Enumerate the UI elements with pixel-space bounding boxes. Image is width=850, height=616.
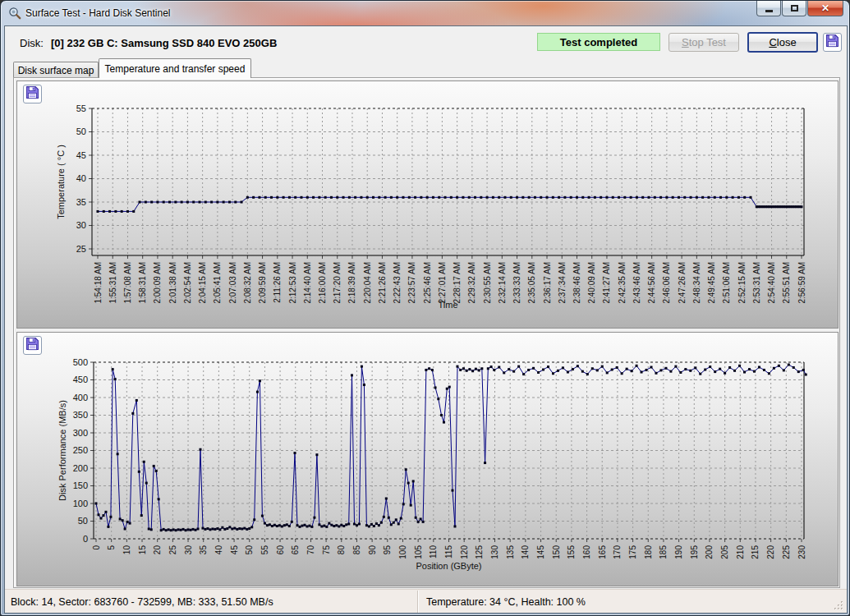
svg-text:30: 30: [184, 545, 193, 555]
save-temperature-chart-button[interactable]: [23, 85, 42, 103]
performance-chart-panel: 0510152025303540455055606570758085909510…: [16, 332, 839, 586]
svg-text:115: 115: [444, 545, 453, 559]
svg-text:2:52:15 AM: 2:52:15 AM: [737, 262, 747, 304]
svg-text:40: 40: [214, 545, 223, 555]
performance-chart: 0510152025303540455055606570758085909510…: [17, 333, 838, 586]
status-temperature-health-text: Temperature: 34 °C, Health: 100 %: [420, 591, 847, 613]
resize-grip[interactable]: [834, 600, 844, 611]
svg-text:2:16:00 AM: 2:16:00 AM: [318, 262, 327, 304]
svg-text:175: 175: [628, 545, 637, 559]
svg-text:25: 25: [76, 244, 86, 254]
svg-text:105: 105: [414, 545, 423, 559]
svg-text:2:35:05 AM: 2:35:05 AM: [527, 262, 536, 304]
svg-text:0: 0: [92, 545, 101, 550]
svg-text:2:09:59 AM: 2:09:59 AM: [258, 262, 267, 304]
svg-text:55: 55: [76, 103, 86, 113]
tab-page: 1:54:18 AM1:55:31 AM1:57:08 AM1:58:31 AM…: [13, 77, 840, 588]
svg-text:2:32:14 AM: 2:32:14 AM: [498, 262, 507, 304]
svg-text:35: 35: [199, 545, 208, 555]
svg-text:Temperature ( °C ): Temperature ( °C ): [56, 145, 66, 219]
svg-text:220: 220: [766, 545, 775, 559]
svg-text:90: 90: [368, 545, 377, 555]
maximize-button[interactable]: [782, 1, 806, 16]
svg-text:Time: Time: [438, 300, 457, 310]
floppy-disk-icon: [25, 85, 39, 103]
window-close-button[interactable]: ✕: [807, 1, 843, 16]
svg-text:2:08:32 AM: 2:08:32 AM: [243, 262, 252, 304]
svg-text:2:14:40 AM: 2:14:40 AM: [303, 262, 312, 304]
save-performance-chart-button[interactable]: [23, 336, 42, 355]
stop-test-button[interactable]: Stop Test: [669, 33, 739, 52]
svg-text:205: 205: [720, 545, 729, 559]
svg-text:2:30:55 AM: 2:30:55 AM: [483, 262, 492, 304]
svg-text:210: 210: [736, 545, 745, 559]
svg-text:2:47:26 AM: 2:47:26 AM: [678, 262, 687, 304]
svg-text:450: 450: [73, 375, 88, 384]
svg-text:180: 180: [644, 545, 653, 559]
status-badge: Test completed: [537, 33, 660, 51]
svg-text:2:48:34 AM: 2:48:34 AM: [692, 262, 701, 304]
svg-text:65: 65: [291, 545, 300, 555]
close-icon: ✕: [821, 3, 829, 13]
floppy-disk-icon: [25, 337, 39, 354]
svg-text:2:33:33 AM: 2:33:33 AM: [512, 262, 521, 304]
svg-text:2:55:51 AM: 2:55:51 AM: [782, 262, 791, 304]
svg-text:1:58:31 AM: 1:58:31 AM: [138, 262, 147, 304]
svg-text:350: 350: [73, 410, 88, 420]
svg-text:190: 190: [674, 545, 683, 559]
svg-text:75: 75: [322, 545, 331, 555]
svg-text:100: 100: [73, 499, 88, 508]
svg-text:2:53:31 AM: 2:53:31 AM: [752, 262, 761, 304]
close-button[interactable]: Close: [747, 32, 818, 53]
svg-text:2:11:26 AM: 2:11:26 AM: [273, 262, 282, 303]
svg-text:2:43:46 AM: 2:43:46 AM: [632, 262, 641, 304]
svg-text:110: 110: [429, 545, 438, 559]
svg-text:230: 230: [797, 545, 806, 559]
minimize-button[interactable]: [756, 1, 781, 16]
svg-text:2:02:54 AM: 2:02:54 AM: [183, 262, 192, 304]
svg-text:100: 100: [398, 545, 407, 559]
svg-text:2:25:46 AM: 2:25:46 AM: [423, 262, 432, 304]
save-report-button[interactable]: [823, 33, 842, 52]
svg-text:2:28:17 AM: 2:28:17 AM: [453, 262, 462, 304]
svg-text:2:36:17 AM: 2:36:17 AM: [543, 262, 552, 304]
svg-text:200: 200: [705, 545, 714, 559]
svg-text:150: 150: [552, 545, 561, 559]
svg-text:1:54:18 AM: 1:54:18 AM: [94, 262, 103, 304]
svg-text:135: 135: [506, 545, 515, 559]
svg-text:125: 125: [475, 545, 484, 559]
svg-text:140: 140: [521, 545, 530, 559]
svg-text:2:27:01 AM: 2:27:01 AM: [438, 262, 447, 304]
svg-text:2:20:04 AM: 2:20:04 AM: [363, 262, 372, 304]
svg-text:2:21:26 AM: 2:21:26 AM: [378, 262, 387, 304]
temperature-chart-panel: 1:54:18 AM1:55:31 AM1:57:08 AM1:58:31 AM…: [16, 80, 839, 329]
svg-text:2:07:03 AM: 2:07:03 AM: [228, 262, 237, 304]
svg-text:2:46:06 AM: 2:46:06 AM: [662, 262, 671, 304]
svg-text:2:00:09 AM: 2:00:09 AM: [153, 262, 162, 304]
status-bar: Block: 14, Sector: 683760 - 732599, MB: …: [5, 589, 847, 613]
window-controls: ✕: [756, 1, 843, 16]
svg-text:30: 30: [76, 220, 86, 230]
svg-text:5: 5: [107, 545, 116, 550]
svg-text:1:55:31 AM: 1:55:31 AM: [108, 262, 117, 304]
svg-text:2:17:20 AM: 2:17:20 AM: [333, 262, 342, 304]
svg-text:50: 50: [76, 126, 86, 136]
svg-text:300: 300: [73, 428, 88, 438]
tab-disk-surface-map[interactable]: Disk surface map: [13, 62, 99, 78]
svg-text:2:49:45 AM: 2:49:45 AM: [707, 262, 716, 304]
svg-text:70: 70: [306, 545, 315, 555]
disk-value: [0] 232 GB C: Samsung SSD 840 EVO 250GB: [51, 37, 277, 49]
tab-temperature-and-transfer-speed[interactable]: Temperature and transfer speed: [99, 58, 251, 78]
svg-text:2:42:35 AM: 2:42:35 AM: [618, 262, 627, 304]
svg-text:15: 15: [138, 545, 147, 555]
svg-text:50: 50: [78, 516, 88, 526]
svg-text:2:41:27 AM: 2:41:27 AM: [602, 262, 611, 304]
svg-text:0: 0: [83, 534, 88, 544]
svg-text:10: 10: [122, 545, 131, 555]
svg-text:2:51:06 AM: 2:51:06 AM: [722, 262, 731, 304]
svg-text:2:01:38 AM: 2:01:38 AM: [168, 262, 177, 304]
title-bar[interactable]: Surface Test - Hard Disk Sentinel ✕: [1, 1, 849, 25]
svg-text:195: 195: [690, 545, 699, 559]
svg-text:2:05:41 AM: 2:05:41 AM: [213, 262, 222, 304]
svg-text:50: 50: [245, 545, 254, 555]
